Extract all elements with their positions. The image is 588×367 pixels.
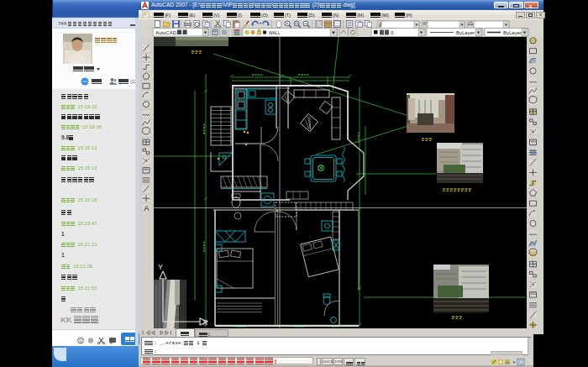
svg-text:ByLayer: ByLayer: [503, 30, 522, 35]
svg-text:WALL: WALL: [269, 30, 281, 35]
svg-text:ByLayer: ByLayer: [456, 30, 475, 35]
svg-text:A: A: [144, 204, 150, 212]
svg-text:X: X: [202, 318, 207, 327]
svg-text:AutoCAD: AutoCAD: [155, 30, 177, 35]
svg-text:Y: Y: [158, 263, 163, 271]
